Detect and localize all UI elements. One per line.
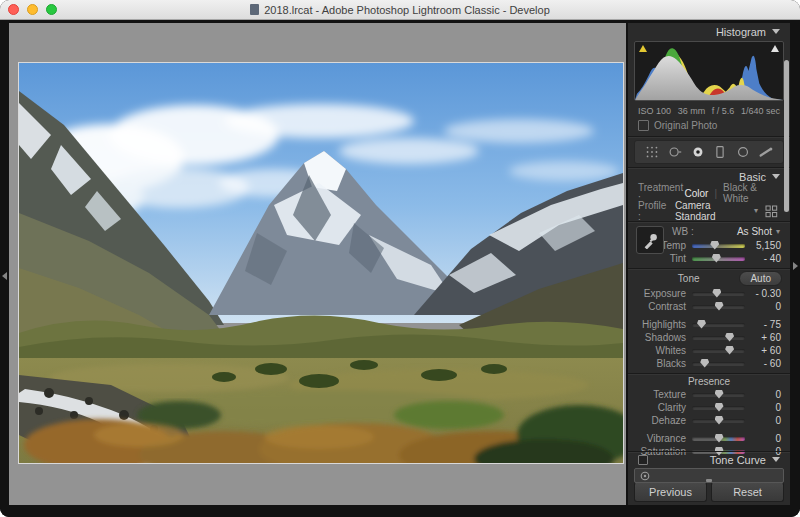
collapse-triangle-icon — [772, 457, 780, 462]
blacks-slider-label: Blacks — [628, 358, 692, 369]
window-title-text: 2018.lrcat - Adobe Photoshop Lightroom C… — [264, 4, 550, 16]
white-balance-eyedropper-icon[interactable] — [636, 226, 664, 254]
crop-overlay-tool-icon[interactable] — [643, 143, 661, 161]
texture-slider[interactable] — [692, 393, 745, 397]
exposure-slider-thumb[interactable] — [712, 289, 721, 298]
vibrance-value[interactable]: 0 — [745, 433, 781, 444]
collapse-triangle-icon — [772, 29, 780, 34]
tint-slider-thumb[interactable] — [712, 254, 721, 263]
left-panel-reveal-arrow-icon[interactable] — [2, 272, 7, 280]
highlights-value[interactable]: - 75 — [745, 319, 781, 330]
contrast-slider-thumb[interactable] — [715, 302, 724, 311]
window-title: 2018.lrcat - Adobe Photoshop Lightroom C… — [250, 4, 550, 16]
spot-removal-tool-icon[interactable] — [666, 143, 684, 161]
blacks-value[interactable]: - 60 — [745, 358, 781, 369]
right-panel-reveal-arrow-icon[interactable] — [793, 262, 798, 270]
whites-slider-thumb[interactable] — [725, 346, 734, 355]
vibrance-slider-thumb[interactable] — [715, 434, 724, 443]
exif-iso: ISO 100 — [638, 106, 671, 116]
tone-section-title: Tone — [638, 273, 739, 284]
panel-resize-notch[interactable] — [706, 479, 712, 482]
zoom-window-button[interactable] — [46, 4, 57, 15]
reset-button[interactable]: Reset — [711, 482, 784, 502]
exif-info-row: ISO 100 36 mm f / 5.6 1/640 sec — [628, 103, 790, 117]
shadow-clipping-indicator-icon[interactable] — [639, 45, 647, 52]
lightroom-window: 2018.lrcat - Adobe Photoshop Lightroom C… — [0, 0, 800, 517]
clarity-slider-label: Clarity — [628, 402, 692, 413]
tint-slider-label: Tint — [628, 253, 692, 264]
radial-filter-tool-icon[interactable] — [734, 143, 752, 161]
basic-title: Basic — [739, 171, 766, 183]
exif-shutter: 1/640 sec — [741, 106, 780, 116]
vibrance-slider[interactable] — [692, 437, 745, 441]
contrast-slider[interactable] — [692, 305, 745, 309]
exif-focal-length: 36 mm — [678, 106, 706, 116]
temp-value[interactable]: 5,150 — [745, 240, 781, 251]
texture-slider-thumb[interactable] — [715, 390, 724, 399]
vibrance-slider-label: Vibrance — [628, 433, 692, 444]
tint-value[interactable]: - 40 — [745, 253, 781, 264]
previous-button[interactable]: Previous — [634, 482, 707, 502]
develop-module-content: Histogram — [0, 20, 800, 517]
profile-select[interactable]: Camera Standard — [675, 200, 749, 222]
clarity-slider[interactable] — [692, 406, 745, 410]
tint-slider[interactable] — [692, 257, 745, 261]
dehaze-slider[interactable] — [692, 419, 745, 423]
contrast-value[interactable]: 0 — [745, 301, 781, 312]
wb-label: WB : — [672, 226, 694, 237]
histogram-panel-header[interactable]: Histogram — [628, 23, 790, 40]
clarity-value[interactable]: 0 — [745, 402, 781, 413]
auto-tone-button[interactable]: Auto — [739, 271, 782, 286]
close-window-button[interactable] — [8, 4, 19, 15]
panel-enable-toggle[interactable] — [638, 455, 648, 465]
treatment-color-option[interactable]: Color — [684, 188, 708, 199]
whites-value[interactable]: + 60 — [745, 345, 781, 356]
title-bar[interactable]: 2018.lrcat - Adobe Photoshop Lightroom C… — [0, 0, 800, 20]
red-eye-tool-icon[interactable] — [689, 143, 707, 161]
whites-slider[interactable] — [692, 349, 745, 353]
blacks-slider-thumb[interactable] — [700, 359, 709, 368]
develop-footer-buttons: Previous Reset — [634, 482, 784, 502]
tone-curve-panel-header[interactable]: Tone Curve — [628, 451, 790, 467]
highlight-clipping-indicator-icon[interactable] — [771, 45, 779, 52]
original-photo-label: Original Photo — [654, 120, 717, 131]
dehaze-value[interactable]: 0 — [745, 415, 781, 426]
histogram-display[interactable] — [634, 41, 784, 101]
dehaze-slider-label: Dehaze — [628, 415, 692, 426]
profile-label: Profile : — [638, 200, 670, 222]
targeted-adjustment-icon[interactable] — [639, 470, 651, 482]
shadows-slider[interactable] — [692, 336, 745, 340]
blacks-slider[interactable] — [692, 362, 745, 366]
exposure-slider[interactable] — [692, 292, 745, 296]
dehaze-slider-thumb[interactable] — [715, 416, 724, 425]
texture-value[interactable]: 0 — [745, 389, 781, 400]
exposure-value[interactable]: - 0.30 — [745, 288, 781, 299]
chevron-down-icon[interactable]: ▾ — [754, 207, 758, 215]
document-icon — [250, 4, 259, 15]
shadows-slider-thumb[interactable] — [725, 333, 734, 342]
right-panel-group: Histogram — [628, 23, 790, 505]
chevron-down-icon[interactable]: ▾ — [776, 228, 780, 236]
shadows-slider-label: Shadows — [628, 332, 692, 343]
photo-canvas[interactable] — [18, 62, 624, 464]
original-photo-checkbox[interactable] — [638, 120, 649, 131]
clarity-slider-thumb[interactable] — [715, 403, 724, 412]
adjustment-brush-tool-icon[interactable] — [757, 143, 775, 161]
exif-aperture: f / 5.6 — [712, 106, 735, 116]
temp-slider[interactable] — [692, 244, 745, 248]
tool-strip — [628, 136, 790, 167]
profile-browser-grid-icon[interactable] — [763, 202, 780, 220]
whites-slider-label: Whites — [628, 345, 692, 356]
temp-slider-thumb[interactable] — [710, 241, 719, 250]
graduated-filter-tool-icon[interactable] — [711, 143, 729, 161]
shadows-value[interactable]: + 60 — [745, 332, 781, 343]
minimize-window-button[interactable] — [27, 4, 38, 15]
highlights-slider[interactable] — [692, 323, 745, 327]
right-panel-scrollbar[interactable] — [784, 60, 789, 212]
texture-slider-label: Texture — [628, 389, 692, 400]
loupe-work-area — [9, 23, 626, 505]
highlights-slider-thumb[interactable] — [697, 320, 706, 329]
wb-preset-select[interactable]: As Shot — [737, 226, 772, 237]
histogram-title: Histogram — [716, 26, 766, 38]
highlights-slider-label: Highlights — [628, 319, 692, 330]
